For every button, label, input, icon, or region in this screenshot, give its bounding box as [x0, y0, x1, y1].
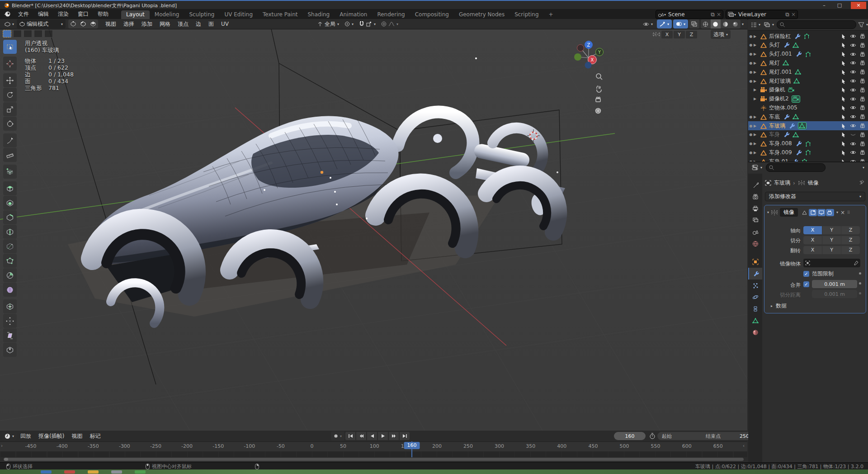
eye-icon[interactable] — [850, 87, 856, 93]
outliner-display-mode-button[interactable]: ▾ — [763, 20, 775, 29]
properties-tab-scene[interactable] — [748, 226, 762, 238]
eye-icon[interactable] — [850, 43, 856, 48]
blender-menu-icon[interactable] — [4, 11, 11, 17]
expand-chevron[interactable]: ▶ — [754, 79, 760, 83]
selectable-icon[interactable] — [840, 150, 846, 156]
selectable-icon[interactable] — [840, 123, 846, 129]
overlays-toggle[interactable]: ▾ — [673, 19, 688, 28]
eye-icon[interactable] — [850, 141, 856, 147]
properties-tab-world[interactable] — [748, 238, 762, 250]
bisect-y-toggle[interactable]: Y — [822, 236, 841, 244]
select-mode-invert[interactable] — [34, 30, 42, 38]
expand-chevron[interactable]: ▶ — [754, 115, 760, 119]
prev-keyframe-button[interactable] — [356, 432, 366, 440]
pin-icon[interactable] — [859, 180, 864, 185]
minimize-button[interactable]: – — [816, 2, 832, 9]
render-visibility-icon[interactable] — [860, 60, 865, 66]
filter-funnel-icon[interactable] — [858, 22, 864, 28]
camera-view-icon[interactable] — [596, 97, 600, 102]
face-select-button[interactable] — [88, 19, 98, 28]
timeline-menu-1[interactable]: 抠像(插帧) — [35, 432, 68, 440]
viewlayer-dropdown-chevron[interactable]: ▾ — [734, 13, 736, 17]
outliner-row-车身.008[interactable]: ●▶车身.008 — [748, 139, 868, 148]
menu-2[interactable]: 渲染 — [53, 9, 73, 19]
shear-tool[interactable] — [3, 328, 17, 342]
render-visibility-icon[interactable] — [860, 114, 865, 119]
timeline-collapse-right[interactable]: ‹ — [743, 443, 745, 448]
render-visibility-icon[interactable] — [860, 43, 865, 48]
select-mode-subtract[interactable] — [24, 30, 32, 38]
outliner-editor-type-button[interactable]: ▾ — [750, 20, 761, 29]
render-visibility-icon[interactable] — [860, 96, 865, 102]
viewport-menu-3[interactable]: 网格 — [156, 20, 174, 28]
filter-dropdown-chevron[interactable]: ▾ — [866, 23, 868, 27]
poly-build-tool[interactable] — [3, 254, 17, 268]
menu-3[interactable]: 窗口 — [73, 9, 93, 19]
clipping-decorator[interactable] — [859, 272, 861, 275]
taskbar-app-icon[interactable] — [88, 470, 99, 474]
viewport-3d-scene[interactable] — [0, 29, 747, 431]
timeline-expand-left[interactable]: › — [1, 443, 3, 448]
selectable-icon[interactable] — [840, 78, 846, 84]
viewport-menu-6[interactable]: 面 — [205, 20, 217, 28]
expand-chevron[interactable]: ▶ — [754, 133, 760, 137]
viewlayer-selector[interactable]: ▾ ViewLayer ⧉ × — [726, 10, 798, 19]
scene-selector[interactable]: ▾ Scene ⧉ × — [656, 10, 723, 19]
bisect-x-toggle[interactable]: X — [803, 236, 822, 244]
loop-cut-tool[interactable] — [3, 225, 17, 239]
gizmo-toggle[interactable]: ▾ — [657, 19, 672, 28]
playhead-frame-badge[interactable]: 160 — [404, 442, 420, 449]
properties-editor-type-button[interactable]: ▾ — [751, 163, 763, 172]
workspace-tab-shading[interactable]: Shading — [302, 10, 335, 19]
flip-y-toggle[interactable]: Y — [822, 246, 841, 254]
jump-to-end-button[interactable] — [400, 432, 410, 440]
select-box-tool[interactable] — [3, 40, 17, 54]
modifier-show-on-cage-toggle[interactable] — [800, 209, 808, 216]
knife-tool[interactable] — [3, 239, 17, 253]
expand-chevron[interactable]: ▶ — [754, 34, 760, 38]
selectable-icon[interactable] — [840, 33, 846, 39]
maximize-button[interactable]: □ — [832, 2, 847, 9]
frame-end-field[interactable]: 结束点250 — [701, 432, 754, 440]
eye-icon[interactable] — [850, 52, 856, 57]
taskbar-app-icon[interactable] — [41, 470, 52, 474]
timeline-menu-3[interactable]: 标记 — [86, 432, 104, 440]
visibility-dropdown[interactable]: ▾ — [640, 19, 656, 28]
workspace-tab-sculpting[interactable]: Sculpting — [184, 10, 219, 19]
shading-material-button[interactable] — [721, 19, 731, 28]
pan-view-icon[interactable] — [597, 86, 601, 92]
properties-tab-tool[interactable] — [748, 179, 762, 191]
vertex-select-button[interactable] — [68, 19, 78, 28]
snap-magnet-icon[interactable] — [359, 21, 364, 27]
snap-target-icon[interactable] — [366, 21, 372, 27]
expand-chevron[interactable]: ▶ — [754, 88, 760, 92]
panel-collapse-chevron[interactable]: ▾ — [767, 210, 769, 214]
axis-x-toggle[interactable]: X — [803, 226, 822, 234]
workspace-tab-layout[interactable]: Layout — [121, 10, 150, 19]
expand-chevron[interactable]: ▶ — [754, 124, 760, 128]
smooth-tool[interactable] — [3, 283, 17, 297]
auto-key-button[interactable]: ▾ — [331, 431, 344, 441]
outliner-row-头灯[interactable]: ●▶头灯 — [748, 41, 868, 50]
eye-icon[interactable] — [850, 114, 856, 119]
viewport-menu-5[interactable]: 边 — [192, 20, 205, 28]
properties-tab-object[interactable] — [748, 256, 762, 268]
flip-z-toggle[interactable]: Z — [841, 246, 860, 254]
inset-faces-tool[interactable] — [3, 196, 17, 210]
scene-unlink-icon[interactable]: × — [717, 11, 721, 18]
add-modifier-button[interactable]: 添加修改器▾ — [765, 192, 865, 201]
menu-4[interactable]: 帮助 — [93, 9, 113, 19]
annotate-tool[interactable] — [3, 133, 17, 147]
workspace-tab-scripting[interactable]: Scripting — [509, 10, 543, 19]
outliner-row-摄像机[interactable]: ▶摄像机 — [748, 85, 868, 95]
xray-toggle[interactable] — [689, 19, 699, 28]
move-tool[interactable] — [3, 73, 17, 87]
select-mode-intersect[interactable] — [44, 30, 53, 38]
workspace-tab-rendering[interactable]: Rendering — [372, 10, 410, 19]
properties-tab-output[interactable] — [748, 203, 762, 214]
shading-wireframe-button[interactable] — [701, 19, 711, 28]
spin-tool[interactable] — [3, 268, 17, 282]
render-visibility-icon[interactable] — [860, 141, 865, 147]
properties-tab-particles[interactable] — [748, 280, 762, 291]
jump-to-start-button[interactable] — [345, 432, 355, 440]
